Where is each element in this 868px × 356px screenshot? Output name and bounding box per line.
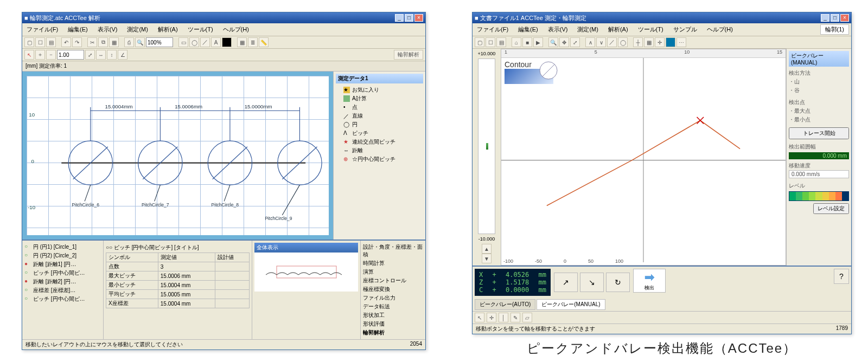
r-maximize-button[interactable]: □	[831, 14, 839, 22]
r-menu-meas[interactable]: 測定(M)	[575, 24, 601, 35]
tb-paste-icon[interactable]: ▦	[109, 37, 119, 47]
r-tb-extra-icon[interactable]: ⋯	[676, 37, 686, 47]
mt-pointer-icon[interactable]: ↖	[475, 313, 484, 322]
tree-contpitch[interactable]: ★連続交点間ピッチ	[336, 138, 423, 146]
cmd-3[interactable]: 座標コントロール	[363, 276, 423, 285]
r-header-tab[interactable]: 輪郭(1)	[820, 24, 849, 35]
r-menu-anal[interactable]: 解析(A)	[606, 24, 630, 35]
maximize-button[interactable]: □	[405, 14, 413, 22]
r-tb-stop-icon[interactable]: ■	[522, 37, 532, 47]
side-row-peak[interactable]: ・山	[789, 77, 849, 86]
tb-angle-icon[interactable]: ∠	[118, 50, 127, 60]
left-canvas[interactable]: 10 0 -10	[22, 72, 333, 240]
menu-file[interactable]: ファイル(F)	[24, 24, 60, 35]
r-tb-circle-icon[interactable]: ◯	[618, 37, 628, 47]
tree-favorite[interactable]: ★お気に入り	[336, 86, 423, 94]
tb-rect-icon[interactable]: ▭	[178, 37, 188, 47]
tb-cut-icon[interactable]: ✂	[87, 37, 97, 47]
cmd-5[interactable]: ファイル出力	[363, 294, 423, 302]
trace-start-button[interactable]: トレース開始	[789, 127, 849, 139]
mt-cross-icon[interactable]: ✛	[487, 313, 496, 322]
tb-layers-icon[interactable]: ≣	[248, 37, 258, 47]
tree-dist[interactable]: ↔距離	[336, 146, 423, 155]
r-tb-axis-icon[interactable]: ┼	[633, 37, 643, 47]
r-menu-view[interactable]: 表示(V)	[546, 24, 570, 35]
r-close-button[interactable]: ×	[840, 14, 849, 22]
tb-zoom-value[interactable]	[146, 37, 173, 47]
vruler[interactable]	[478, 59, 495, 234]
tb-ellipse-icon[interactable]: ◯	[189, 37, 199, 47]
minimize-button[interactable]: _	[395, 14, 404, 22]
r-menu-tool[interactable]: ツール(T)	[636, 24, 666, 35]
refresh-icon[interactable]: ↻	[606, 273, 630, 292]
cmd-8[interactable]: 形状評価	[363, 320, 423, 328]
tb-zoomin-icon[interactable]: ＋	[35, 50, 45, 60]
tree-pitch[interactable]: Λピッチ	[336, 129, 423, 138]
tb-zoom-icon[interactable]: 🔍	[135, 37, 145, 47]
cmd-7[interactable]: 形状加工	[363, 311, 423, 320]
tb-color-icon[interactable]	[222, 37, 232, 47]
r-minimize-button[interactable]: _	[821, 14, 829, 22]
move-up-icon[interactable]: ↗	[554, 273, 578, 292]
right-canvas[interactable]: 1 5 10 15 Contour	[501, 49, 786, 266]
tb-text-icon[interactable]: A	[211, 37, 221, 47]
tb-open-icon[interactable]: ☐	[35, 37, 45, 47]
r-tb-zoom-icon[interactable]: 🔍	[548, 37, 558, 47]
r-tb-pan-icon[interactable]: ✥	[559, 37, 569, 47]
r-menu-help[interactable]: ヘルプ(H)	[705, 24, 735, 35]
r-tb-color-icon[interactable]	[666, 37, 675, 47]
menu-tool[interactable]: ツール(T)	[186, 24, 215, 35]
tb-print-icon[interactable]: ⎙	[124, 37, 134, 47]
side-row-valley[interactable]: ・谷	[789, 86, 849, 95]
tb-pan-icon[interactable]: ↖	[24, 50, 34, 60]
tb-meas1-icon[interactable]: ↔	[96, 50, 106, 60]
tab-manual[interactable]: ピークバレー(MANUAL)	[537, 299, 605, 310]
tree-circle[interactable]: ◯円	[336, 120, 423, 129]
close-button[interactable]: ×	[414, 14, 423, 22]
tb-zoomout-icon[interactable]: －	[46, 50, 56, 60]
tree-centerpitch[interactable]: ⊕☆円中心間ピッチ	[336, 155, 423, 164]
side-row-min[interactable]: ・最小点	[789, 115, 849, 124]
tab-auto[interactable]: ピークバレー(AUTO)	[475, 299, 535, 310]
tb-new-icon[interactable]: ▢	[24, 37, 34, 47]
tb-grid-icon[interactable]: ▦	[237, 37, 247, 47]
tb-ruler-icon[interactable]: 📏	[259, 37, 269, 47]
sidebar-tab[interactable]: 輪郭解析	[394, 50, 423, 60]
tb-copy-icon[interactable]: ⧉	[98, 37, 108, 47]
menu-meas[interactable]: 測定(M)	[125, 24, 150, 35]
r-tb-save-icon[interactable]: ▤	[496, 37, 506, 47]
menu-anal[interactable]: 解析(A)	[156, 24, 180, 35]
level-settings-button[interactable]: レベル設定	[813, 203, 849, 214]
r-menu-file[interactable]: ファイル(F)	[475, 24, 510, 35]
r-tb-peak-icon[interactable]: ∧	[585, 37, 595, 47]
tree-acalc[interactable]: A計算	[336, 94, 423, 103]
menu-view[interactable]: 表示(V)	[95, 24, 120, 35]
r-tb-snap-icon[interactable]: ✛	[655, 37, 665, 47]
detect-run-button[interactable]: ➡検出	[633, 269, 666, 293]
cmd-1[interactable]: 時間計算	[363, 259, 423, 268]
r-tb-line-icon[interactable]: ／	[607, 37, 617, 47]
cmd-9[interactable]: 輪郭解析	[363, 328, 423, 337]
r-tb-play-icon[interactable]: ▶	[533, 37, 543, 47]
r-tb-home-icon[interactable]: ⌂	[512, 37, 521, 47]
r-tb-fit-icon[interactable]: ⤢	[570, 37, 580, 47]
side-row-max[interactable]: ・最大点	[789, 107, 849, 115]
r-tb-valley-icon[interactable]: ∨	[596, 37, 606, 47]
r-tb-new-icon[interactable]: ▢	[475, 37, 484, 47]
tb-line-icon[interactable]: ／	[200, 37, 210, 47]
menu-help[interactable]: ヘルプ(H)	[221, 24, 251, 35]
cmd-0[interactable]: 設計・角度・座標差・面積	[363, 243, 423, 259]
help-icon[interactable]: ?	[834, 269, 849, 284]
mt-cursor-icon[interactable]: │	[499, 313, 508, 322]
r-tb-grid-icon[interactable]: ▦	[644, 37, 654, 47]
move-down-icon[interactable]: ↘	[580, 273, 604, 292]
mt-pen-icon[interactable]: ✎	[510, 313, 520, 322]
menu-edit[interactable]: 編集(E)	[66, 24, 90, 35]
vruler-up-icon[interactable]: ▲	[482, 244, 492, 254]
tb-fit-icon[interactable]: ⤢	[85, 50, 95, 60]
tree-line[interactable]: ／直線	[336, 112, 423, 120]
tree-point[interactable]: •点	[336, 103, 423, 112]
tb-redo-icon[interactable]: ↷	[72, 37, 82, 47]
r-menu-sample[interactable]: サンプル	[671, 24, 699, 35]
tb-save-icon[interactable]: ▤	[46, 37, 56, 47]
